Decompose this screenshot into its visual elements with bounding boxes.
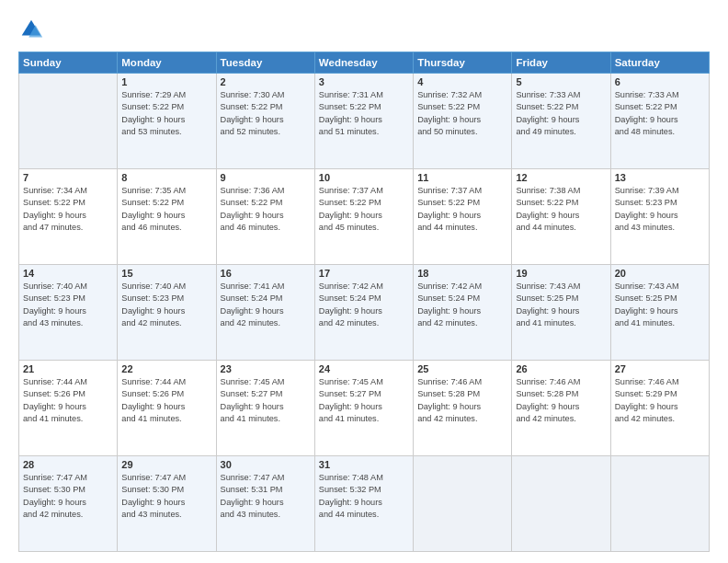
calendar-cell: 3Sunrise: 7:31 AMSunset: 5:22 PMDaylight… [314,74,413,169]
calendar-cell: 16Sunrise: 7:41 AMSunset: 5:24 PMDayligh… [216,265,314,361]
calendar-cell: 25Sunrise: 7:46 AMSunset: 5:28 PMDayligh… [414,361,512,456]
day-number: 10 [319,172,409,183]
day-info: Sunrise: 7:39 AMSunset: 5:23 PMDaylight:… [615,185,705,234]
day-number: 6 [615,76,705,87]
calendar-cell: 6Sunrise: 7:33 AMSunset: 5:22 PMDaylight… [610,74,709,169]
calendar-cell [19,74,118,169]
calendar-cell: 23Sunrise: 7:45 AMSunset: 5:27 PMDayligh… [216,361,314,456]
day-number: 8 [121,172,211,183]
day-info: Sunrise: 7:47 AMSunset: 5:30 PMDaylight:… [23,472,113,521]
calendar-cell [512,456,610,552]
day-number: 18 [417,268,507,279]
day-info: Sunrise: 7:37 AMSunset: 5:22 PMDaylight:… [319,185,409,234]
day-info: Sunrise: 7:45 AMSunset: 5:27 PMDaylight:… [319,376,409,425]
day-number: 11 [417,172,507,183]
calendar-cell: 28Sunrise: 7:47 AMSunset: 5:30 PMDayligh… [19,456,118,552]
day-number: 28 [23,459,113,470]
day-number: 15 [121,268,211,279]
day-number: 26 [516,363,606,374]
day-info: Sunrise: 7:35 AMSunset: 5:22 PMDaylight:… [121,185,211,234]
calendar-cell: 7Sunrise: 7:34 AMSunset: 5:22 PMDaylight… [19,169,118,265]
day-info: Sunrise: 7:29 AMSunset: 5:22 PMDaylight:… [121,89,211,138]
day-info: Sunrise: 7:46 AMSunset: 5:28 PMDaylight:… [417,376,507,425]
calendar-cell: 27Sunrise: 7:46 AMSunset: 5:29 PMDayligh… [610,361,709,456]
weekday-header-wednesday: Wednesday [314,52,413,74]
day-info: Sunrise: 7:44 AMSunset: 5:26 PMDaylight:… [121,376,211,425]
day-info: Sunrise: 7:46 AMSunset: 5:29 PMDaylight:… [615,376,705,425]
day-info: Sunrise: 7:36 AMSunset: 5:22 PMDaylight:… [221,185,311,234]
day-info: Sunrise: 7:37 AMSunset: 5:22 PMDaylight:… [417,185,507,234]
weekday-header-sunday: Sunday [19,52,118,74]
calendar-cell: 31Sunrise: 7:48 AMSunset: 5:32 PMDayligh… [314,456,413,552]
day-number: 19 [516,268,606,279]
day-number: 2 [221,76,311,87]
day-info: Sunrise: 7:42 AMSunset: 5:24 PMDaylight:… [319,281,409,329]
day-number: 9 [221,172,311,183]
weekday-header-monday: Monday [118,52,216,74]
calendar-cell: 9Sunrise: 7:36 AMSunset: 5:22 PMDaylight… [216,169,314,265]
day-number: 29 [121,459,211,470]
calendar-cell: 17Sunrise: 7:42 AMSunset: 5:24 PMDayligh… [314,265,413,361]
calendar-cell: 30Sunrise: 7:47 AMSunset: 5:31 PMDayligh… [216,456,314,552]
weekday-header-thursday: Thursday [414,52,512,74]
day-number: 24 [319,363,409,374]
calendar-cell: 20Sunrise: 7:43 AMSunset: 5:25 PMDayligh… [610,265,709,361]
day-number: 16 [221,268,311,279]
calendar-cell: 10Sunrise: 7:37 AMSunset: 5:22 PMDayligh… [314,169,413,265]
day-number: 22 [121,363,211,374]
day-info: Sunrise: 7:41 AMSunset: 5:24 PMDaylight:… [221,281,311,329]
day-info: Sunrise: 7:48 AMSunset: 5:32 PMDaylight:… [319,472,409,521]
day-number: 4 [417,76,507,87]
header [18,17,710,42]
day-number: 25 [417,363,507,374]
calendar-cell: 24Sunrise: 7:45 AMSunset: 5:27 PMDayligh… [314,361,413,456]
calendar-table: SundayMondayTuesdayWednesdayThursdayFrid… [18,52,710,552]
day-info: Sunrise: 7:33 AMSunset: 5:22 PMDaylight:… [615,89,705,138]
day-number: 23 [221,363,311,374]
day-number: 20 [615,268,705,279]
calendar-cell: 21Sunrise: 7:44 AMSunset: 5:26 PMDayligh… [19,361,118,456]
calendar-cell: 4Sunrise: 7:32 AMSunset: 5:22 PMDaylight… [414,74,512,169]
day-info: Sunrise: 7:45 AMSunset: 5:27 PMDaylight:… [221,376,311,425]
day-number: 21 [23,363,113,374]
day-number: 5 [516,76,606,87]
calendar-cell: 26Sunrise: 7:46 AMSunset: 5:28 PMDayligh… [512,361,610,456]
day-number: 31 [319,459,409,470]
calendar-cell: 1Sunrise: 7:29 AMSunset: 5:22 PMDaylight… [118,74,216,169]
day-number: 27 [615,363,705,374]
weekday-header-tuesday: Tuesday [216,52,314,74]
calendar-cell: 22Sunrise: 7:44 AMSunset: 5:26 PMDayligh… [118,361,216,456]
day-info: Sunrise: 7:40 AMSunset: 5:23 PMDaylight:… [121,281,211,329]
calendar-cell: 18Sunrise: 7:42 AMSunset: 5:24 PMDayligh… [414,265,512,361]
day-number: 3 [319,76,409,87]
weekday-header-saturday: Saturday [610,52,709,74]
day-info: Sunrise: 7:33 AMSunset: 5:22 PMDaylight:… [516,89,606,138]
day-info: Sunrise: 7:46 AMSunset: 5:28 PMDaylight:… [516,376,606,425]
calendar-cell: 8Sunrise: 7:35 AMSunset: 5:22 PMDaylight… [118,169,216,265]
weekday-header-friday: Friday [512,52,610,74]
logo [18,17,48,42]
day-number: 7 [23,172,113,183]
day-number: 14 [23,268,113,279]
day-info: Sunrise: 7:30 AMSunset: 5:22 PMDaylight:… [221,89,311,138]
calendar-cell [610,456,709,552]
day-info: Sunrise: 7:31 AMSunset: 5:22 PMDaylight:… [319,89,409,138]
calendar-cell [414,456,512,552]
day-info: Sunrise: 7:47 AMSunset: 5:30 PMDaylight:… [121,472,211,521]
day-info: Sunrise: 7:43 AMSunset: 5:25 PMDaylight:… [615,281,705,329]
day-number: 17 [319,268,409,279]
day-info: Sunrise: 7:40 AMSunset: 5:23 PMDaylight:… [23,281,113,329]
day-info: Sunrise: 7:42 AMSunset: 5:24 PMDaylight:… [417,281,507,329]
calendar-cell: 11Sunrise: 7:37 AMSunset: 5:22 PMDayligh… [414,169,512,265]
day-info: Sunrise: 7:32 AMSunset: 5:22 PMDaylight:… [417,89,507,138]
calendar-cell: 2Sunrise: 7:30 AMSunset: 5:22 PMDaylight… [216,74,314,169]
calendar-cell: 29Sunrise: 7:47 AMSunset: 5:30 PMDayligh… [118,456,216,552]
calendar-cell: 15Sunrise: 7:40 AMSunset: 5:23 PMDayligh… [118,265,216,361]
day-number: 30 [221,459,311,470]
calendar-cell: 12Sunrise: 7:38 AMSunset: 5:22 PMDayligh… [512,169,610,265]
day-info: Sunrise: 7:38 AMSunset: 5:22 PMDaylight:… [516,185,606,234]
day-info: Sunrise: 7:47 AMSunset: 5:31 PMDaylight:… [221,472,311,521]
logo-icon [18,17,44,42]
day-number: 13 [615,172,705,183]
day-info: Sunrise: 7:44 AMSunset: 5:26 PMDaylight:… [23,376,113,425]
